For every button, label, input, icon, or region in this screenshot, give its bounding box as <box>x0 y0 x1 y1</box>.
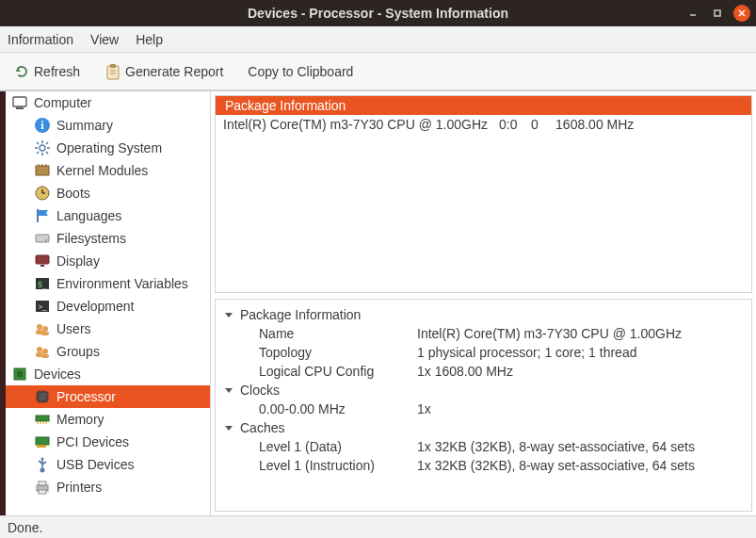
sidebar-item-label: Display <box>56 253 100 269</box>
sidebar-item-label: Kernel Modules <box>56 163 148 178</box>
menu-information[interactable]: Information <box>8 32 73 47</box>
module-icon <box>34 162 51 179</box>
svg-rect-8 <box>13 97 26 106</box>
sidebar-item-label: Environment Variables <box>56 276 188 291</box>
detail-row: Level 1 (Instruction)1x 32KB (32KB), 8-w… <box>219 456 748 475</box>
sidebar-item-pci-devices[interactable]: PCI Devices <box>6 431 210 453</box>
chip-icon <box>11 366 28 383</box>
sidebar-item-operating-system[interactable]: Operating System <box>6 137 210 159</box>
svg-rect-66 <box>37 445 46 448</box>
sidebar-item-groups[interactable]: Groups <box>6 340 210 363</box>
top-pane-header: Package Information <box>216 96 751 115</box>
svg-rect-47 <box>38 392 47 401</box>
maximize-button[interactable] <box>709 5 726 22</box>
detail-value: 1 physical processor; 1 core; 1 thread <box>417 345 636 360</box>
sidebar-item-display[interactable]: Display <box>6 250 210 272</box>
sidebar-item-usb-devices[interactable]: USB Devices <box>6 453 210 476</box>
svg-rect-40 <box>41 332 49 335</box>
package-col3: 0 <box>531 117 544 132</box>
sidebar-item-summary[interactable]: iSummary <box>6 114 210 137</box>
svg-rect-9 <box>16 107 24 109</box>
sidebar-item-label: Boots <box>56 186 90 201</box>
top-pane[interactable]: Package Information Intel(R) Core(TM) m3… <box>215 95 752 293</box>
svg-rect-28 <box>37 209 39 222</box>
bottom-pane[interactable]: Package InformationNameIntel(R) Core(TM)… <box>215 299 752 512</box>
sidebar-item-label: Operating System <box>56 140 162 155</box>
detail-key: 0.00-0.00 MHz <box>259 401 417 416</box>
svg-rect-31 <box>36 255 49 264</box>
detail-key: Topology <box>259 345 417 360</box>
sidebar-item-label: Printers <box>56 480 102 495</box>
svg-point-41 <box>37 347 42 352</box>
detail-group-header[interactable]: Package Information <box>219 305 748 324</box>
sidebar-item-filesystems[interactable]: Filesystems <box>6 227 210 250</box>
detail-value: Intel(R) Core(TM) m3-7Y30 CPU @ 1.00GHz <box>417 326 682 341</box>
terminal-icon: >_ <box>34 298 51 315</box>
flag-icon <box>34 207 51 224</box>
sidebar-item-development[interactable]: >_Development <box>6 295 210 318</box>
refresh-button[interactable]: Refresh <box>8 59 86 84</box>
sidebar-item-label: Processor <box>56 389 116 404</box>
svg-rect-65 <box>36 437 49 445</box>
refresh-icon <box>13 63 30 80</box>
sidebar-item-label: Computer <box>34 95 91 110</box>
detail-key: Level 1 (Instruction) <box>259 458 417 473</box>
sidebar-item-devices[interactable]: Devices <box>6 363 210 385</box>
svg-text:>_: >_ <box>38 302 47 311</box>
close-button[interactable] <box>733 5 750 22</box>
svg-point-30 <box>45 239 47 241</box>
generate-report-label: Generate Report <box>125 64 223 79</box>
svg-line-19 <box>37 152 39 154</box>
sidebar-item-memory[interactable]: Memory <box>6 408 210 431</box>
svg-line-18 <box>46 152 48 154</box>
disclosure-down-icon <box>223 384 234 396</box>
info-icon: i <box>34 117 51 134</box>
sidebar-item-printers[interactable]: Printers <box>6 476 210 498</box>
detail-value: 1x 32KB (32KB), 8-way set-associative, 6… <box>417 458 695 473</box>
svg-rect-21 <box>36 166 49 175</box>
detail-group-title: Package Information <box>240 307 361 322</box>
detail-value: 1x 1608.00 MHz <box>417 364 513 379</box>
menu-view[interactable]: View <box>90 32 119 47</box>
sidebar-item-label: Filesystems <box>56 231 126 246</box>
svg-point-67 <box>40 468 45 473</box>
detail-value: 1x 32KB (32KB), 8-way set-associative, 6… <box>417 439 695 454</box>
svg-rect-46 <box>17 371 23 377</box>
svg-rect-74 <box>39 490 46 494</box>
svg-point-71 <box>41 458 44 461</box>
minimize-button[interactable] <box>684 5 701 22</box>
svg-point-38 <box>42 326 48 332</box>
sidebar-item-computer[interactable]: Computer <box>6 91 210 114</box>
svg-point-42 <box>42 349 48 354</box>
svg-rect-44 <box>41 354 49 358</box>
package-row[interactable]: Intel(R) Core(TM) m3-7Y30 CPU @ 1.00GHz … <box>216 115 751 134</box>
detail-group-header[interactable]: Clocks <box>219 381 748 399</box>
copy-button[interactable]: Copy to Clipboard <box>242 60 359 83</box>
svg-rect-73 <box>39 481 46 485</box>
menubar: Information View Help <box>0 26 756 53</box>
content-area: Package Information Intel(R) Core(TM) m3… <box>211 91 756 515</box>
memory-icon <box>34 411 51 428</box>
svg-line-17 <box>37 142 39 144</box>
detail-group-header[interactable]: Caches <box>219 418 748 437</box>
sidebar-item-boots[interactable]: Boots <box>6 182 210 204</box>
sidebar-item-processor[interactable]: Processor <box>6 385 210 408</box>
titlebar: Devices - Processor - System Information <box>0 0 756 26</box>
sidebar-item-environment-variables[interactable]: $_Environment Variables <box>6 272 210 295</box>
copy-label: Copy to Clipboard <box>248 64 353 79</box>
sidebar-item-label: Languages <box>56 208 121 223</box>
env-icon: $_ <box>34 275 51 292</box>
menu-help[interactable]: Help <box>136 32 163 47</box>
sidebar[interactable]: ComputeriSummaryOperating SystemKernel M… <box>6 91 211 515</box>
pci-icon <box>34 433 51 450</box>
report-icon <box>105 63 121 80</box>
svg-text:$_: $_ <box>38 280 48 289</box>
status-text: Done. <box>8 520 42 535</box>
detail-row: NameIntel(R) Core(TM) m3-7Y30 CPU @ 1.00… <box>219 324 748 343</box>
svg-rect-5 <box>110 64 116 68</box>
generate-report-button[interactable]: Generate Report <box>99 59 229 84</box>
sidebar-item-languages[interactable]: Languages <box>6 204 210 227</box>
sidebar-item-kernel-modules[interactable]: Kernel Modules <box>6 159 210 182</box>
toolbar: Refresh Generate Report Copy to Clipboar… <box>0 53 756 90</box>
sidebar-item-users[interactable]: Users <box>6 318 210 340</box>
